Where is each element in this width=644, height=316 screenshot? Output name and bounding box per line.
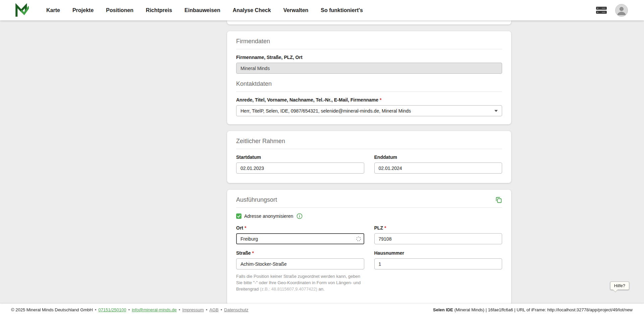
plz-input[interactable] (374, 233, 502, 244)
required-asterisk: * (384, 225, 386, 231)
hausnummer-input[interactable] (374, 258, 502, 269)
firmenname-label: Firmenname, Straße, PLZ, Ort (236, 55, 502, 60)
startdatum-label: Startdatum (236, 154, 364, 160)
check-icon (237, 214, 241, 218)
enddatum-input[interactable] (374, 163, 502, 174)
info-icon[interactable] (297, 213, 303, 219)
divider (236, 49, 502, 49)
footer-app-details: (Mineral Minds) | 16fae1ffc6a6 | URL of … (453, 307, 633, 312)
ort-label-text: Ort (236, 225, 243, 231)
hausnummer-label: Hausnummer (374, 250, 502, 256)
top-nav: Karte Projekte Positionen Richtpreis Ein… (0, 0, 644, 20)
card-ausfuehrungsort: Ausführungsort Adresse anonymisieren (227, 190, 511, 305)
footer-separator: • (206, 307, 208, 312)
section-title-firmendaten: Firmendaten (236, 38, 502, 45)
nav-item-positionen[interactable]: Positionen (106, 7, 133, 13)
nav-item-verwalten[interactable]: Verwalten (283, 7, 309, 13)
person-icon (615, 4, 628, 17)
ort-label: Ort* (236, 225, 364, 231)
nav-item-karte[interactable]: Karte (46, 7, 60, 13)
user-avatar[interactable] (615, 4, 628, 17)
kontakt-label: Anrede, Titel, Vorname, Nachname, Tel.-N… (236, 97, 502, 103)
footer-left: © 2025 Mineral Minds Deutschland GmbH • … (11, 307, 249, 312)
strasse-label: Straße* (236, 250, 364, 256)
hint-suffix-text: an. (317, 287, 325, 292)
footer-separator: • (179, 307, 180, 312)
nav-item-analyse-check[interactable]: Analyse Check (233, 7, 271, 13)
help-button[interactable]: Hilfe? (610, 281, 629, 290)
footer-separator: • (95, 307, 97, 312)
plz-label: PLZ* (374, 225, 502, 231)
footer-datenschutz-link[interactable]: Datenschutz (224, 307, 248, 312)
nav-item-so-funktionierts[interactable]: So funktioniert's (321, 7, 363, 13)
footer: © 2025 Mineral Minds Deutschland GmbH • … (0, 304, 644, 316)
footer-agb-link[interactable]: AGB (209, 307, 218, 312)
footer-app-name: Selen IDE (433, 307, 453, 312)
footer-impressum-link[interactable]: Impressum (182, 307, 204, 312)
footer-separator: • (128, 307, 130, 312)
divider (236, 149, 502, 149)
startdatum-input[interactable] (236, 163, 364, 174)
required-asterisk: * (245, 225, 246, 231)
footer-debug-info: Selen IDE (Mineral Minds) | 16fae1ffc6a6… (433, 307, 633, 312)
strasse-hint-text: Falls die Position keiner Straße zugeord… (236, 273, 364, 293)
copyright-text: © 2025 Mineral Minds Deutschland GmbH (11, 307, 93, 312)
kontakt-select-value: Herr, TitelP, Selen, IDE, 0987/654321, s… (240, 108, 411, 114)
nav-item-einbauweisen[interactable]: Einbauweisen (184, 7, 220, 13)
app-logo[interactable] (15, 3, 29, 17)
anonymize-row: Adresse anonymisieren (236, 213, 502, 219)
nav-right (596, 4, 628, 17)
ort-input[interactable] (236, 233, 364, 244)
firmenname-input (236, 63, 502, 74)
card-zeitlicher-rahmen: Zeitlicher Rahmen Startdatum Enddatum (227, 131, 511, 183)
anonymize-label: Adresse anonymisieren (244, 213, 293, 219)
footer-email-link[interactable]: info@mineral-minds.de (132, 307, 177, 312)
section-title-ausfuehrungsort: Ausführungsort (236, 196, 277, 203)
help-button-label: Hilfe? (614, 283, 625, 288)
chevron-down-icon (494, 110, 498, 112)
anonymize-checkbox[interactable] (236, 213, 241, 219)
main-content: Firmendaten Firmenname, Straße, PLZ, Ort… (227, 20, 511, 316)
divider (236, 207, 502, 208)
nav-item-projekte[interactable]: Projekte (72, 7, 94, 13)
card-firmendaten: Firmendaten Firmenname, Straße, PLZ, Ort… (227, 31, 511, 124)
loading-spinner-icon (356, 236, 361, 242)
section-title-zeitlicher-rahmen: Zeitlicher Rahmen (236, 138, 502, 145)
card-previous-partial (227, 20, 511, 24)
copy-button[interactable] (495, 196, 502, 203)
main-nav: Karte Projekte Positionen Richtpreis Ein… (46, 7, 363, 13)
divider (236, 91, 502, 92)
section-title-kontaktdaten: Kontaktdaten (236, 80, 502, 87)
nav-item-richtpreis[interactable]: Richtpreis (146, 7, 172, 13)
footer-separator: • (221, 307, 222, 312)
enddatum-label: Enddatum (374, 154, 502, 160)
mineral-minds-logo-icon (15, 3, 29, 17)
required-asterisk: * (252, 250, 254, 256)
kontakt-label-text: Anrede, Titel, Vorname, Nachname, Tel.-N… (236, 97, 378, 103)
footer-phone-link[interactable]: 07151/250100 (98, 307, 126, 312)
strasse-input[interactable] (236, 258, 364, 269)
copy-icon (495, 196, 502, 203)
hint-example-text: (z.B.: 48.8115607,9.4077422) (260, 287, 317, 292)
kontakt-select[interactable]: Herr, TitelP, Selen, IDE, 0987/654321, s… (236, 105, 502, 116)
strasse-label-text: Straße (236, 250, 251, 256)
server-icon[interactable] (596, 6, 607, 14)
required-asterisk: * (380, 97, 381, 103)
plz-label-text: PLZ (374, 225, 383, 231)
